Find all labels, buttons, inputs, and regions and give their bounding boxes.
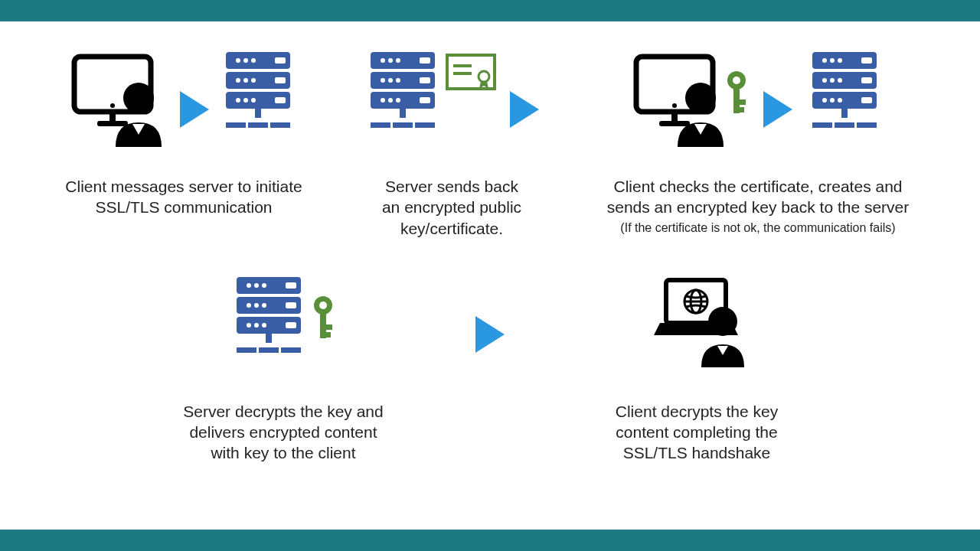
step-1: Client messages server to initiateSSL/TL… <box>31 52 337 218</box>
client-desktop-icon <box>633 52 731 152</box>
step-3-sub: (If the certificate is not ok, the commu… <box>620 221 895 235</box>
client-desktop-icon <box>71 52 169 152</box>
server-icon <box>364 52 441 132</box>
key-icon <box>725 69 750 116</box>
server-icon <box>230 277 307 357</box>
key-icon <box>312 294 336 341</box>
arrow-icon <box>763 91 792 128</box>
server-icon <box>220 52 296 132</box>
arrow-icon <box>510 91 539 128</box>
top-bar <box>0 0 980 21</box>
step-4: Server decrypts the key anddelivers encr… <box>122 277 444 464</box>
step-2-caption: Server sends backan encrypted publickey/… <box>382 176 521 239</box>
arrow-icon <box>475 316 505 353</box>
step-3-caption: Client checks the certificate, creates a… <box>607 176 910 218</box>
server-icon <box>806 52 883 132</box>
client-laptop-icon <box>643 277 750 373</box>
diagram: Client messages server to initiateSSL/TL… <box>0 21 980 530</box>
step-1-caption: Client messages server to initiateSSL/TL… <box>65 176 302 218</box>
step-3: Client checks the certificate, creates a… <box>567 52 949 235</box>
step-4-caption: Server decrypts the key anddelivers encr… <box>183 401 383 464</box>
step-5: Client decrypts the keycontent completin… <box>536 277 858 464</box>
step-5-caption: Client decrypts the keycontent completin… <box>616 401 778 464</box>
arrow-icon <box>180 91 209 128</box>
certificate-icon <box>446 54 496 92</box>
bottom-bar <box>0 530 980 551</box>
step-2: Server sends backan encrypted publickey/… <box>337 52 567 239</box>
